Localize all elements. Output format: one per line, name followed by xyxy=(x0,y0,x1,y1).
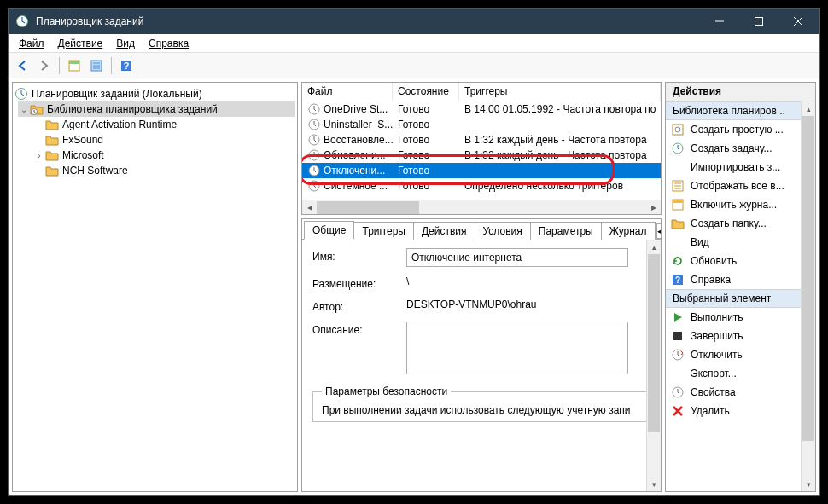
play-icon xyxy=(671,310,685,324)
log-icon xyxy=(671,198,685,211)
name-field[interactable] xyxy=(406,248,628,267)
back-button[interactable] xyxy=(12,55,32,76)
action-label: Свойства xyxy=(691,386,736,398)
task-row[interactable]: Восстановле... Готово В 1:32 каждый день… xyxy=(302,132,661,148)
svg-text:?: ? xyxy=(124,61,130,71)
properties-button[interactable] xyxy=(64,55,85,76)
task-row[interactable]: Системное ... Готово Определено нескольк… xyxy=(302,178,661,194)
action-label: Импортировать з... xyxy=(691,161,780,173)
scheduler-icon xyxy=(15,87,28,101)
action-disable[interactable]: Отключить xyxy=(666,345,815,364)
action-create-basic[interactable]: Создать простую ... xyxy=(666,120,815,139)
menubar: Файл Действие Вид Справка xyxy=(9,34,819,53)
tree-library[interactable]: ⌄ Библиотека планировщика заданий xyxy=(18,101,295,117)
scroll-right-icon[interactable]: ▸ xyxy=(646,200,661,215)
task-row[interactable]: OneDrive St... Готово В 14:00 01.05.1992… xyxy=(302,101,661,117)
menu-file[interactable]: Файл xyxy=(12,36,51,51)
list-button[interactable] xyxy=(86,55,107,76)
action-end[interactable]: Завершить xyxy=(666,327,815,345)
action-label: Выполнить xyxy=(691,311,743,323)
actions-vscroll[interactable]: ▴ ▾ xyxy=(801,101,815,491)
tree-panel: Планировщик заданий (Локальный) ⌄ Библио… xyxy=(12,82,298,492)
action-view[interactable]: Вид▶ xyxy=(666,233,815,252)
scroll-thumb[interactable] xyxy=(648,254,660,432)
tree-collapse-icon[interactable]: ⌄ xyxy=(18,105,30,114)
toolbar: ? xyxy=(9,53,819,78)
export-icon xyxy=(671,367,685,380)
action-label: Справка xyxy=(691,274,731,286)
task-trigger: В 1:32 каждый день - Частота повтора xyxy=(459,134,661,146)
tab-conditions[interactable]: Условия xyxy=(475,222,531,240)
scroll-up-icon[interactable]: ▴ xyxy=(647,240,661,254)
scroll-left-icon[interactable]: ◂ xyxy=(302,200,317,215)
menu-help[interactable]: Справка xyxy=(142,36,195,51)
tree-item[interactable]: Agent Activation Runtime xyxy=(45,117,295,132)
horizontal-scrollbar[interactable]: ◂ ▸ xyxy=(302,200,661,214)
action-delete[interactable]: Удалить xyxy=(666,402,815,420)
task-row-selected[interactable]: Отключени... Готово xyxy=(302,163,661,178)
action-export[interactable]: Экспорт... xyxy=(666,364,815,383)
task-row[interactable]: Uninstaller_S... Готово xyxy=(302,117,661,132)
tree-root[interactable]: Планировщик заданий (Локальный) xyxy=(15,86,295,101)
task-list-panel: Файл Состояние Триггеры OneDrive St... Г… xyxy=(301,82,662,215)
menu-view[interactable]: Вид xyxy=(109,36,142,51)
scroll-down-icon[interactable]: ▾ xyxy=(802,477,815,491)
task-state: Готово xyxy=(393,103,459,115)
col-triggers[interactable]: Триггеры xyxy=(459,83,661,101)
action-show-all[interactable]: Отображать все в... xyxy=(666,177,815,195)
actions-section-selected[interactable]: Выбранный элемент ▲ xyxy=(666,289,815,308)
list-body: OneDrive St... Готово В 14:00 01.05.1992… xyxy=(302,101,661,200)
task-name: Обновлени... xyxy=(324,149,386,161)
scroll-track[interactable] xyxy=(317,200,646,215)
tab-general[interactable]: Общие xyxy=(304,221,354,240)
action-help[interactable]: ?Справка xyxy=(666,270,815,289)
tab-history[interactable]: Журнал xyxy=(601,222,656,240)
tab-scroll-left[interactable]: ◂ xyxy=(656,223,662,239)
task-state: Готово xyxy=(393,180,459,192)
action-run[interactable]: Выполнить xyxy=(666,308,815,327)
scroll-down-icon[interactable]: ▾ xyxy=(647,477,661,491)
col-state[interactable]: Состояние xyxy=(393,83,459,101)
tab-actions[interactable]: Действия xyxy=(413,222,475,240)
tab-settings[interactable]: Параметры xyxy=(530,222,602,240)
action-properties[interactable]: Свойства xyxy=(666,383,815,402)
action-refresh[interactable]: Обновить xyxy=(666,252,815,270)
action-label: Отображать все в... xyxy=(691,180,784,192)
task-row[interactable]: Обновлени... Готово В 1:32 каждый день -… xyxy=(302,148,661,163)
properties-icon xyxy=(671,385,685,399)
task-name: Системное ... xyxy=(324,180,388,192)
name-label: Имя: xyxy=(312,248,406,263)
tree-item[interactable]: › Microsoft xyxy=(33,148,295,163)
security-fieldset: Параметры безопасности При выполнении за… xyxy=(312,385,650,422)
scroll-up-icon[interactable]: ▴ xyxy=(802,101,815,116)
task-name: Восстановле... xyxy=(324,134,393,146)
import-icon xyxy=(671,160,685,174)
col-file[interactable]: Файл xyxy=(302,83,393,101)
forward-button[interactable] xyxy=(34,55,55,76)
minimize-button[interactable] xyxy=(700,9,739,34)
tab-triggers[interactable]: Триггеры xyxy=(353,222,414,240)
action-create-task[interactable]: Создать задачу... xyxy=(666,139,815,158)
svg-rect-3 xyxy=(69,61,79,64)
scroll-thumb[interactable] xyxy=(317,201,419,214)
menu-action[interactable]: Действие xyxy=(51,36,110,51)
task-trigger: В 1:32 каждый день - Частота повтора xyxy=(459,149,661,161)
help-button[interactable]: ? xyxy=(116,55,137,76)
tree-item-label: Microsoft xyxy=(62,149,104,161)
maximize-button[interactable] xyxy=(739,9,778,34)
action-enable-log[interactable]: Включить журна... xyxy=(666,195,815,214)
scroll-thumb[interactable] xyxy=(802,116,814,441)
action-import[interactable]: Импортировать з... xyxy=(666,158,815,177)
svg-rect-1 xyxy=(755,18,763,26)
tabs: Общие Триггеры Действия Условия Параметр… xyxy=(302,219,661,240)
action-label: Включить журна... xyxy=(691,199,777,211)
details-vscroll[interactable]: ▴ ▾ xyxy=(646,240,661,491)
tree-expand-icon[interactable]: › xyxy=(33,151,45,160)
tree-item[interactable]: FxSound xyxy=(45,132,295,148)
close-button[interactable] xyxy=(778,9,818,34)
tree-item[interactable]: NCH Software xyxy=(45,163,295,178)
action-new-folder[interactable]: Создать папку... xyxy=(666,214,815,233)
actions-section-library[interactable]: Библиотека планиров... ▲ xyxy=(666,101,815,120)
toolbar-sep xyxy=(59,57,60,74)
description-field[interactable] xyxy=(406,322,628,374)
